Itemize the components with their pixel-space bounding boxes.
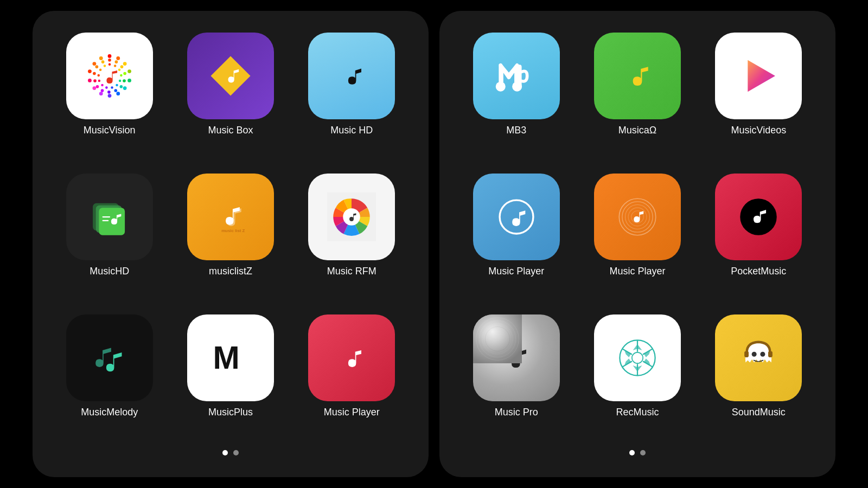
- svg-point-28: [101, 60, 104, 63]
- app-icon-musicmelody: [66, 314, 153, 401]
- app-label-mb3: MB3: [506, 125, 526, 136]
- svg-point-33: [119, 80, 122, 82]
- app-label-musiclistz: musiclistZ: [209, 266, 252, 277]
- svg-point-17: [120, 65, 123, 68]
- app-icon-musicvision: [66, 33, 153, 119]
- app-pocketmusic[interactable]: PocketMusic: [704, 174, 814, 298]
- svg-point-36: [105, 86, 108, 89]
- app-musicaomega[interactable]: MusicaΩ: [582, 33, 692, 157]
- svg-point-2: [116, 56, 120, 60]
- app-soundmusic[interactable]: SoundMusic: [704, 314, 814, 439]
- svg-point-29: [108, 63, 111, 66]
- app-icon-musicplayer-orange: [594, 174, 681, 260]
- app-label-musicmelody: MusicMelody: [81, 407, 138, 418]
- app-icon-musicplayer-left: [308, 314, 395, 401]
- app-musicmelody[interactable]: MusicMelody: [54, 314, 164, 439]
- svg-point-59: [500, 200, 533, 234]
- svg-point-8: [107, 94, 111, 98]
- app-label-musicbox: Music Box: [208, 125, 253, 136]
- app-musichd-bottom[interactable]: MusicHD: [54, 174, 164, 298]
- svg-point-22: [107, 91, 111, 94]
- app-musicvideos[interactable]: MusicVideos: [704, 33, 814, 157]
- app-musicbox[interactable]: Music Box: [175, 33, 285, 157]
- app-label-musicvideos: MusicVideos: [731, 125, 786, 136]
- app-label-musicrfm: Music RFM: [327, 266, 376, 277]
- left-dot-2[interactable]: [233, 450, 239, 455]
- app-label-musicpro: Music Pro: [495, 407, 538, 418]
- right-panel: MB3 MusicaΩ: [439, 11, 835, 477]
- app-label-musicplayer-orange: Music Player: [609, 266, 665, 277]
- app-icon-soundmusic: [715, 314, 802, 401]
- app-label-soundmusic: SoundMusic: [732, 407, 786, 418]
- app-label-musichd-bottom: MusicHD: [90, 266, 129, 277]
- app-musicpro[interactable]: Music Pro: [461, 314, 571, 439]
- app-musicplayer-left[interactable]: Music Player: [297, 314, 407, 439]
- svg-point-41: [103, 65, 106, 67]
- svg-point-18: [123, 72, 126, 75]
- svg-point-5: [127, 79, 131, 82]
- app-icon-musicplus: M: [187, 314, 274, 401]
- svg-point-13: [92, 62, 96, 66]
- svg-point-39: [97, 74, 100, 77]
- app-icon-mb3: [473, 33, 560, 119]
- svg-point-12: [88, 69, 92, 73]
- app-musicplus[interactable]: M MusicPlus: [175, 314, 285, 439]
- app-icon-musicplayer-blue: [473, 174, 560, 260]
- app-icon-musichd-top: [308, 33, 395, 119]
- svg-rect-83: [768, 351, 773, 357]
- svg-point-3: [123, 62, 126, 66]
- app-icon-musicaomega: [594, 33, 681, 119]
- right-dots: [461, 439, 814, 461]
- left-dot-1[interactable]: [222, 450, 228, 455]
- left-dots: [54, 439, 407, 461]
- app-mb3[interactable]: MB3: [461, 33, 571, 157]
- app-musichd-top[interactable]: Music HD: [297, 33, 407, 157]
- app-icon-recmusic: [594, 314, 681, 401]
- app-label-musicplayer-left: Music Player: [324, 407, 380, 418]
- svg-point-11: [88, 79, 92, 82]
- svg-point-6: [123, 86, 126, 90]
- app-musiclistz[interactable]: music list Z musiclistZ: [175, 174, 285, 298]
- app-icon-musicbox: [187, 33, 274, 119]
- app-recmusic[interactable]: RecMusic: [582, 314, 692, 439]
- left-panel: MusicVision Music Box Music HD: [33, 11, 429, 477]
- svg-point-81: [761, 352, 765, 357]
- svg-rect-82: [744, 351, 749, 357]
- svg-point-10: [92, 86, 96, 90]
- app-musicvision[interactable]: MusicVision: [54, 33, 164, 157]
- svg-rect-66: [473, 314, 522, 363]
- svg-point-35: [111, 86, 113, 89]
- svg-point-23: [100, 89, 104, 92]
- app-label-musicplus: MusicPlus: [208, 407, 253, 418]
- svg-point-30: [114, 65, 117, 67]
- app-musicrfm[interactable]: Music RFM: [297, 174, 407, 298]
- svg-point-80: [752, 352, 757, 357]
- app-label-musicplayer-blue: Music Player: [488, 266, 544, 277]
- right-dot-1[interactable]: [629, 450, 635, 455]
- svg-point-55: [495, 82, 505, 92]
- svg-point-34: [116, 84, 118, 87]
- svg-point-32: [120, 74, 123, 77]
- app-musicplayer-blue[interactable]: Music Player: [461, 174, 571, 298]
- svg-point-27: [95, 65, 98, 68]
- app-label-pocketmusic: PocketMusic: [731, 266, 786, 277]
- svg-point-21: [114, 89, 117, 92]
- right-dot-2[interactable]: [640, 450, 646, 455]
- app-icon-musichd-bottom: [66, 174, 153, 260]
- svg-text:music list Z: music list Z: [221, 228, 245, 233]
- left-app-grid: MusicVision Music Box Music HD: [54, 33, 407, 439]
- svg-point-1: [107, 54, 111, 58]
- svg-point-19: [123, 79, 126, 82]
- app-icon-musicpro: [473, 314, 560, 401]
- svg-point-0: [90, 56, 129, 95]
- svg-point-40: [99, 69, 102, 72]
- app-icon-musicvideos: [715, 33, 802, 119]
- app-icon-musicrfm: [308, 174, 395, 260]
- svg-point-31: [118, 69, 120, 72]
- svg-point-7: [116, 92, 120, 95]
- app-musicplayer-orange[interactable]: Music Player: [582, 174, 692, 298]
- svg-point-14: [99, 56, 103, 60]
- app-label-musicvision: MusicVision: [84, 125, 136, 136]
- app-icon-pocketmusic: [715, 174, 802, 260]
- svg-point-24: [95, 85, 99, 88]
